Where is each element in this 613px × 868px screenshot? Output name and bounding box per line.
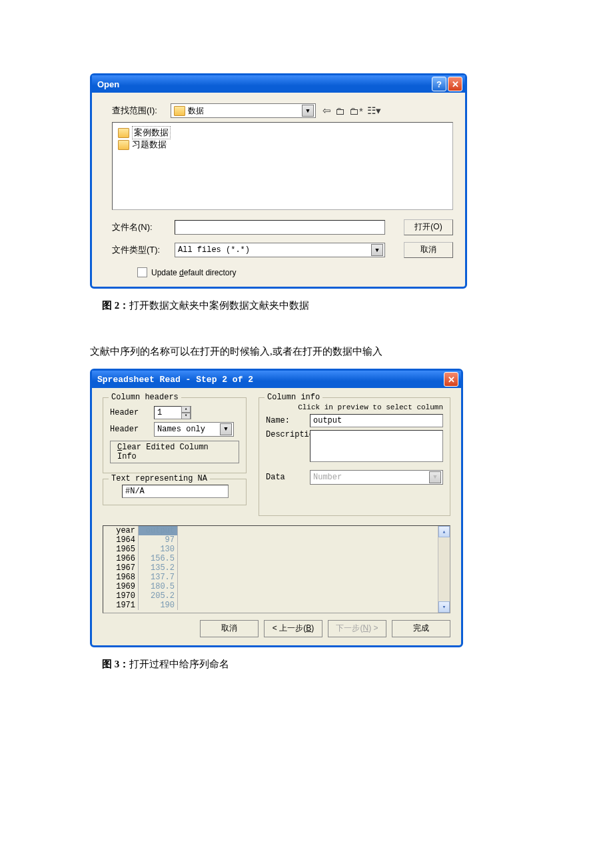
view-menu-icon[interactable]: ☷▾ xyxy=(367,105,381,117)
close-button[interactable]: ✕ xyxy=(448,77,462,91)
update-dir-checkbox[interactable] xyxy=(137,267,147,277)
na-value: #N/A xyxy=(125,487,145,496)
na-legend: Text representing NA xyxy=(109,474,210,483)
preview-cell[interactable]: 1964 xyxy=(103,535,139,545)
preview-cell[interactable]: 1965 xyxy=(103,545,139,554)
header-spinner[interactable]: 1 ▴▾ xyxy=(154,406,191,419)
folder-name: 习题数据 xyxy=(132,139,167,151)
description-textarea[interactable] xyxy=(310,430,443,462)
preview-cell[interactable]: 137.7 xyxy=(139,573,178,582)
preview-cell[interactable]: 1971 xyxy=(103,601,139,610)
header-value: 1 xyxy=(157,408,162,417)
folder-icon xyxy=(118,128,129,138)
open-dialog-titlebar[interactable]: Open ? ✕ xyxy=(92,75,465,93)
header-label: Header xyxy=(110,408,154,417)
clear-column-info-button[interactable]: Clear Edited Column Info xyxy=(110,441,239,463)
chevron-down-icon: ▼ xyxy=(429,471,441,483)
preview-cell[interactable]: 1970 xyxy=(103,591,139,601)
filetype-value: All files (*.*) xyxy=(178,245,371,255)
data-type-dropdown: Number ▼ xyxy=(310,470,443,485)
filetype-label: 文件类型(T): xyxy=(112,244,175,256)
column-headers-group: Column headers Header 1 ▴▾ Header Names xyxy=(103,397,247,473)
preview-cell[interactable]: 1969 xyxy=(103,582,139,591)
spreadsheet-read-dialog: Spreadsheet Read - Step 2 of 2 ✕ Column … xyxy=(90,369,463,647)
finish-button[interactable]: 完成 xyxy=(392,620,450,637)
new-folder-icon[interactable]: 🗀* xyxy=(349,105,363,117)
header-mode-dropdown[interactable]: Names only ▼ xyxy=(154,422,234,437)
column-info-legend: Column info xyxy=(265,393,322,402)
filename-input[interactable] xyxy=(175,220,385,235)
open-button[interactable]: 打开(O) xyxy=(404,219,453,235)
cancel-button[interactable]: 取消 xyxy=(404,242,453,258)
preview-cell[interactable]: 180.5 xyxy=(139,582,178,591)
nav-toolbar: ⇦ 🗀 🗀* ☷▾ xyxy=(322,105,381,117)
update-dir-label: Update default directory xyxy=(151,268,236,277)
look-in-label: 查找范围(I): xyxy=(112,105,171,117)
close-button[interactable]: ✕ xyxy=(444,372,458,387)
preview-cell[interactable]: 190 xyxy=(139,601,178,610)
preview-cell[interactable]: 156.5 xyxy=(139,554,178,563)
chevron-down-icon: ▼ xyxy=(220,423,232,435)
name-value: output xyxy=(313,416,342,425)
scroll-up-icon[interactable]: ▴ xyxy=(438,526,450,537)
spin-up-icon[interactable]: ▴ xyxy=(181,406,191,413)
file-list[interactable]: 案例数据 习题数据 xyxy=(112,122,453,210)
spin-down-icon[interactable]: ▾ xyxy=(181,413,191,419)
preview-cell[interactable]: 135.2 xyxy=(139,563,178,573)
preview-scrollbar[interactable]: ▴ ▾ xyxy=(438,526,450,613)
up-folder-icon[interactable]: 🗀 xyxy=(335,105,345,117)
open-dialog-title: Open xyxy=(97,79,430,89)
folder-item[interactable]: 习题数据 xyxy=(118,139,447,151)
body-paragraph: 文献中序列的名称可以在打开的时候输入,或者在打开的数据中输入 xyxy=(90,345,523,358)
preview-table[interactable]: yearoutput19649719651301966156.51967135.… xyxy=(103,525,450,613)
look-in-value: 数据 xyxy=(188,105,302,117)
filename-label: 文件名(N): xyxy=(112,221,175,233)
open-dialog: Open ? ✕ 查找范围(I): 数据 ▼ ⇦ 🗀 🗀* ☷▾ xyxy=(90,73,467,289)
chevron-down-icon: ▼ xyxy=(371,244,383,256)
name-label: Name: xyxy=(266,416,310,425)
preview-cell[interactable]: 130 xyxy=(139,545,178,554)
data-type-value: Number xyxy=(313,473,429,482)
preview-cell[interactable]: 1966 xyxy=(103,554,139,563)
column-info-hint: Click in preview to select column xyxy=(266,403,443,411)
folder-icon xyxy=(118,140,129,150)
na-input[interactable]: #N/A xyxy=(122,485,229,498)
figure-3-caption: 图 3：打开过程中给序列命名 xyxy=(102,658,523,671)
preview-cell[interactable]: 205.2 xyxy=(139,591,178,601)
column-headers-legend: Column headers xyxy=(109,393,181,402)
chevron-down-icon: ▼ xyxy=(302,105,314,117)
preview-header[interactable]: output xyxy=(139,526,178,535)
look-in-dropdown[interactable]: 数据 ▼ xyxy=(171,103,316,118)
cancel-button[interactable]: 取消 xyxy=(200,620,259,637)
column-info-group: Column info Click in preview to select c… xyxy=(259,397,450,516)
preview-cell[interactable]: 97 xyxy=(139,535,178,545)
back-button[interactable]: < 上一步(B) xyxy=(264,620,322,637)
next-button: 下一步(N) > xyxy=(328,620,386,637)
help-button[interactable]: ? xyxy=(432,77,446,91)
folder-name: 案例数据 xyxy=(132,126,171,139)
description-label: Descriptio xyxy=(266,430,310,439)
preview-cell[interactable]: 1968 xyxy=(103,573,139,582)
back-arrow-icon[interactable]: ⇦ xyxy=(322,105,331,117)
header-label: Header xyxy=(110,425,154,434)
preview-header[interactable]: year xyxy=(103,526,139,535)
data-label: Data xyxy=(266,473,310,482)
spread-dialog-titlebar[interactable]: Spreadsheet Read - Step 2 of 2 ✕ xyxy=(92,371,461,388)
filetype-dropdown[interactable]: All files (*.*) ▼ xyxy=(175,243,385,257)
na-group: Text representing NA #N/A xyxy=(103,479,247,505)
scroll-down-icon[interactable]: ▾ xyxy=(438,601,450,613)
figure-2-caption: 图 2：打开数据文献夹中案例数据文献夹中数据 xyxy=(102,299,523,312)
folder-open-icon xyxy=(174,106,185,116)
preview-cell[interactable]: 1967 xyxy=(103,563,139,573)
header-mode-value: Names only xyxy=(157,425,220,434)
spread-dialog-title: Spreadsheet Read - Step 2 of 2 xyxy=(97,375,442,385)
folder-item[interactable]: 案例数据 xyxy=(118,127,447,139)
name-input[interactable]: output xyxy=(310,414,443,427)
